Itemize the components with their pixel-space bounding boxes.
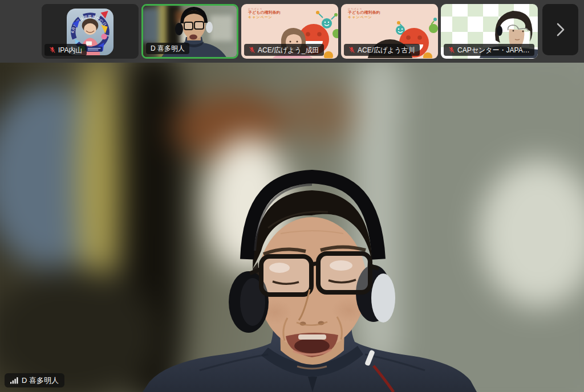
active-speaker-name-label: D 喜多明人 (5, 373, 64, 387)
participant-thumbnail-ipa-uchiyama[interactable]: 6月11日は国際遊びの日 (42, 4, 139, 59)
campaign-line2: 子どもの権利条約 (248, 10, 281, 15)
participant-filmstrip: 6月11日は国際遊びの日 (0, 0, 584, 63)
campaign-line3: キャンペーン (348, 15, 380, 20)
audio-level-bars-icon (10, 377, 18, 384)
participant-name-label: IPA内山 (44, 44, 87, 56)
participant-name-label: CAPセンター・JAPA… (444, 44, 534, 56)
mic-off-icon (448, 46, 455, 54)
participant-name: IPA内山 (58, 47, 82, 54)
mic-off-icon (49, 46, 56, 54)
participant-name-label: ACE/広げよう_成田 (244, 44, 324, 56)
zoom-meeting-window: 6月11日は国際遊びの日 (0, 0, 584, 392)
campaign-banner: ひろげよう 子どもの権利条約 キャンペーン (348, 7, 380, 19)
mic-off-icon (249, 46, 256, 54)
participant-thumbnail-cap-center[interactable]: CAPセンター・JAPA… (441, 4, 538, 59)
participant-thumbnail-kita-akito[interactable]: D 喜多明人 (141, 4, 238, 59)
main-speaker-video: D 喜多明人 (0, 63, 584, 392)
participant-name: CAPセンター・JAPA… (457, 47, 530, 54)
campaign-banner: ひろげよう 子どもの権利条約 キャンペーン (248, 7, 281, 19)
participant-name: D 喜多明人 (151, 45, 185, 52)
chevron-right-icon (555, 22, 566, 37)
participant-thumbnail-ace-furukawa[interactable]: ひろげよう 子どもの権利条約 キャンペーン (341, 4, 438, 59)
participant-thumbnail-ace-narita[interactable]: ひろげよう 子どもの権利条約 キャンペーン (241, 4, 338, 59)
participant-name-label: D 喜多明人 (146, 43, 189, 54)
campaign-line2: 子どもの権利条約 (348, 10, 380, 15)
mic-off-icon (348, 46, 355, 54)
participant-name-label: ACE/広げよう古川 (344, 44, 420, 56)
participant-name: ACE/広げよう古川 (358, 47, 415, 54)
campaign-line3: キャンペーン (248, 15, 281, 20)
speaker-illustration (0, 63, 584, 392)
participant-name: ACE/広げよう_成田 (258, 47, 319, 54)
speaker-name: D 喜多明人 (22, 377, 59, 384)
filmstrip-scroll-next-button[interactable] (542, 4, 578, 55)
